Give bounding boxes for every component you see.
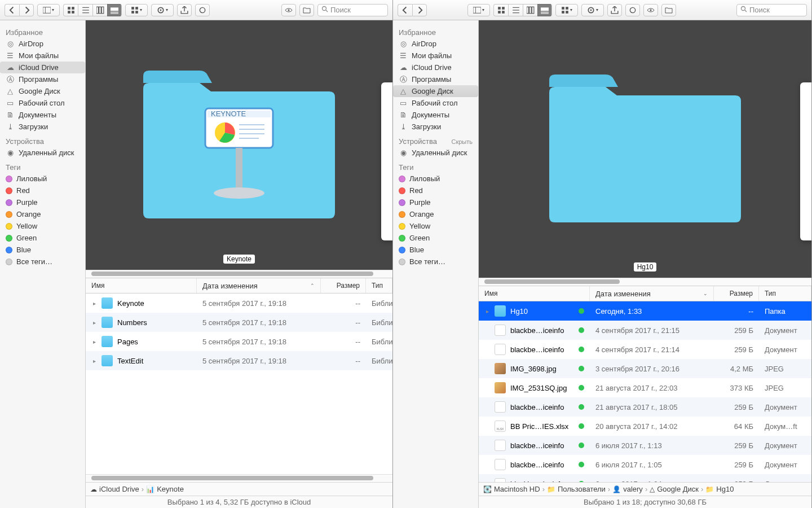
sidebar-item-myfiles[interactable]: ☰Мои файлы xyxy=(0,50,85,62)
col-name[interactable]: Имя xyxy=(86,278,197,293)
sidebar-item-icloud[interactable]: ☁iCloud Drive xyxy=(0,62,85,73)
path-segment[interactable]: Macintosh HD xyxy=(494,485,540,493)
sidebar-item-documents[interactable]: 🗎Документы xyxy=(393,109,478,121)
sidebar-tag[interactable]: Purple xyxy=(0,196,85,208)
disclosure-icon[interactable]: ▸ xyxy=(91,300,97,306)
path-bar[interactable]: 💽 Macintosh HD›📁 Пользователи›👤 valery›△… xyxy=(479,482,811,496)
sidebar-tag[interactable]: Лиловый xyxy=(393,173,478,185)
search-field[interactable]: Поиск xyxy=(317,4,388,16)
table-row[interactable]: blackbe…iceinfo4 сентября 2017 г., 21:14… xyxy=(479,340,811,359)
sidebar-tag[interactable]: Blue xyxy=(0,244,85,256)
table-row[interactable]: IMG_3698.jpg3 сентября 2017 г., 20:164,2… xyxy=(479,359,811,378)
sidebar-item-apps[interactable]: ⒶПрограммы xyxy=(393,73,478,85)
back-button[interactable] xyxy=(5,4,19,16)
path-segment[interactable]: iCloud Drive xyxy=(99,485,139,493)
view-columns[interactable] xyxy=(92,4,107,16)
table-row[interactable]: IMG_2531SQ.jpg21 августа 2017 г., 22:033… xyxy=(479,378,811,397)
table-row[interactable]: ▸Pages5 сентября 2017 г., 19:18--Библиот… xyxy=(86,332,392,351)
path-segment[interactable]: Google Диск xyxy=(657,485,699,493)
col-kind[interactable]: Тип xyxy=(759,286,811,301)
sidebar-item-downloads[interactable]: ⤓Загрузки xyxy=(0,121,85,133)
sidebar-item-gdrive[interactable]: △Google Диск xyxy=(0,85,85,97)
sidebar-item-icloud[interactable]: ☁iCloud Drive xyxy=(393,62,478,73)
path-segment[interactable]: Hg10 xyxy=(716,485,734,493)
col-kind[interactable]: Тип xyxy=(366,278,392,293)
table-row[interactable]: ▸Hg10Сегодня, 1:33--Папка xyxy=(479,301,811,321)
sidebar-item-remotedisk[interactable]: ◉Удаленный диск xyxy=(0,147,85,159)
sidebar-tag[interactable]: Green xyxy=(0,232,85,244)
preview-pane[interactable]: Hg10 xyxy=(479,20,811,278)
table-row[interactable]: ▸Keynote5 сентября 2017 г., 19:18--Библи… xyxy=(86,294,392,313)
sidebar-tag[interactable]: Yellow xyxy=(0,220,85,232)
sidebar-item-apps[interactable]: ⒶПрограммы xyxy=(0,73,85,85)
view-list[interactable] xyxy=(508,4,523,16)
view-icons[interactable] xyxy=(63,4,78,16)
arrange-button[interactable]: ▾ xyxy=(125,4,148,16)
col-date[interactable]: Дата изменения⌄ xyxy=(590,286,714,301)
sidebar-tag[interactable]: Red xyxy=(393,185,478,196)
preview-scrollbar[interactable] xyxy=(86,270,392,278)
sidebar-tag[interactable]: Blue xyxy=(393,244,478,256)
sidebar-tag[interactable]: Orange xyxy=(0,208,85,220)
sidebar-tag[interactable]: Orange xyxy=(393,208,478,220)
table-row[interactable]: blackbe…iceinfo6 июля 2017 г., 1:13259 Б… xyxy=(479,436,811,455)
path-segment[interactable]: valery xyxy=(623,485,643,493)
preview-scrollbar[interactable] xyxy=(479,278,811,286)
sidebar-item-documents[interactable]: 🗎Документы xyxy=(0,109,85,121)
back-button[interactable] xyxy=(398,4,412,16)
table-row[interactable]: ▸TextEdit5 сентября 2017 г., 19:18--Библ… xyxy=(86,351,392,370)
path-segment[interactable]: Keynote xyxy=(157,485,184,493)
disclosure-icon[interactable]: ▸ xyxy=(91,339,97,345)
path-bar[interactable]: ☁ iCloud Drive›📊 Keynote xyxy=(86,482,392,496)
table-row[interactable]: blackbe…iceinfo6 июля 2017 г., 1:04259 Б… xyxy=(479,474,811,482)
disclosure-icon[interactable]: ▸ xyxy=(91,319,97,326)
view-icons[interactable] xyxy=(493,4,508,16)
sidebar-tag[interactable]: Yellow xyxy=(393,220,478,232)
quicklook-button[interactable] xyxy=(643,4,658,16)
preview-pane[interactable]: KEYNOTE Keynote xyxy=(86,20,392,270)
path-segment[interactable]: Пользователи xyxy=(558,485,606,493)
sidebar-item-desktop[interactable]: ▭Рабочий стол xyxy=(393,97,478,109)
search-field[interactable]: Поиск xyxy=(736,4,807,16)
arrange-button[interactable]: ▾ xyxy=(555,4,578,16)
forward-button[interactable] xyxy=(19,4,34,16)
table-row[interactable]: blackbe…iceinfo6 июля 2017 г., 1:05259 Б… xyxy=(479,455,811,474)
list-scrollbar[interactable] xyxy=(86,474,392,482)
table-row[interactable]: blackbe…iceinfo21 августа 2017 г., 18:05… xyxy=(479,397,811,417)
hide-link[interactable]: Скрыть xyxy=(451,138,473,145)
sidebar-tag[interactable]: Purple xyxy=(393,196,478,208)
col-size[interactable]: Размер xyxy=(714,286,759,301)
sidebar-item-desktop[interactable]: ▭Рабочий стол xyxy=(0,97,85,109)
col-date[interactable]: Дата изменения⌃ xyxy=(197,278,321,293)
tags-button[interactable] xyxy=(195,4,210,16)
sidebar-tag[interactable]: Green xyxy=(393,232,478,244)
disclosure-icon[interactable]: ▸ xyxy=(91,358,97,364)
new-folder-button[interactable] xyxy=(661,4,676,16)
sidebar-item-downloads[interactable]: ⤓Загрузки xyxy=(393,121,478,133)
new-folder-button[interactable] xyxy=(299,4,314,16)
sidebar-toggle[interactable]: ▾ xyxy=(467,4,490,16)
forward-button[interactable] xyxy=(412,4,427,16)
view-coverflow[interactable] xyxy=(107,4,122,16)
sidebar-item-remotedisk[interactable]: ◉Удаленный диск xyxy=(393,147,478,159)
table-row[interactable]: blackbe…iceinfo4 сентября 2017 г., 21:15… xyxy=(479,321,811,340)
view-coverflow[interactable] xyxy=(537,4,552,16)
share-button[interactable] xyxy=(607,4,622,16)
col-name[interactable]: Имя xyxy=(479,286,590,301)
sidebar-item-gdrive[interactable]: △Google Диск xyxy=(393,85,478,97)
sidebar-item-airdrop[interactable]: ◎AirDrop xyxy=(393,38,478,50)
action-button[interactable]: ▾ xyxy=(151,4,174,16)
sidebar-tag[interactable]: Red xyxy=(0,185,85,196)
share-button[interactable] xyxy=(177,4,192,16)
disclosure-icon[interactable]: ▸ xyxy=(484,308,490,314)
sidebar-toggle[interactable]: ▾ xyxy=(37,4,60,16)
view-list[interactable] xyxy=(78,4,92,16)
table-row[interactable]: ▸Numbers5 сентября 2017 г., 19:18--Библи… xyxy=(86,313,392,332)
sidebar-item-airdrop[interactable]: ◎AirDrop xyxy=(0,38,85,50)
view-columns[interactable] xyxy=(523,4,537,16)
tags-button[interactable] xyxy=(625,4,640,16)
sidebar-tag[interactable]: Все теги… xyxy=(393,256,478,268)
action-button[interactable]: ▾ xyxy=(581,4,604,16)
quicklook-button[interactable] xyxy=(281,4,296,16)
sidebar-item-myfiles[interactable]: ☰Мои файлы xyxy=(393,50,478,62)
